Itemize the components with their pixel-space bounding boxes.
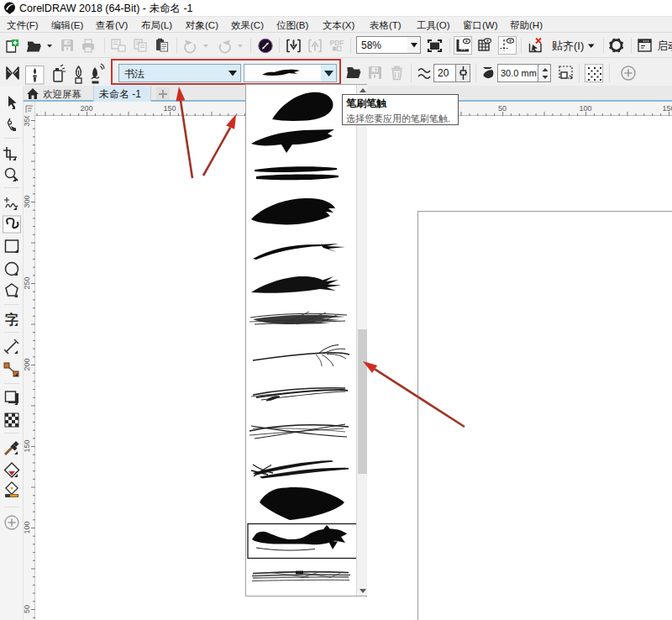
svg-text:150: 150 [662, 104, 672, 113]
svg-text:贴齐(I): 贴齐(I) [552, 39, 584, 52]
svg-text:100: 100 [24, 521, 31, 533]
svg-text:150: 150 [163, 104, 176, 113]
svg-text:50: 50 [498, 104, 507, 113]
svg-text:150: 150 [24, 439, 31, 452]
svg-text:350: 350 [24, 116, 31, 127]
svg-text:50: 50 [24, 605, 31, 613]
svg-text:250: 250 [24, 276, 31, 289]
svg-text:200: 200 [24, 358, 31, 370]
svg-text:PDF: PDF [330, 39, 344, 47]
svg-text:启动: 启动 [657, 39, 672, 52]
svg-text:300: 300 [24, 195, 31, 208]
svg-text:100: 100 [579, 104, 591, 113]
svg-text:200: 200 [80, 104, 92, 113]
